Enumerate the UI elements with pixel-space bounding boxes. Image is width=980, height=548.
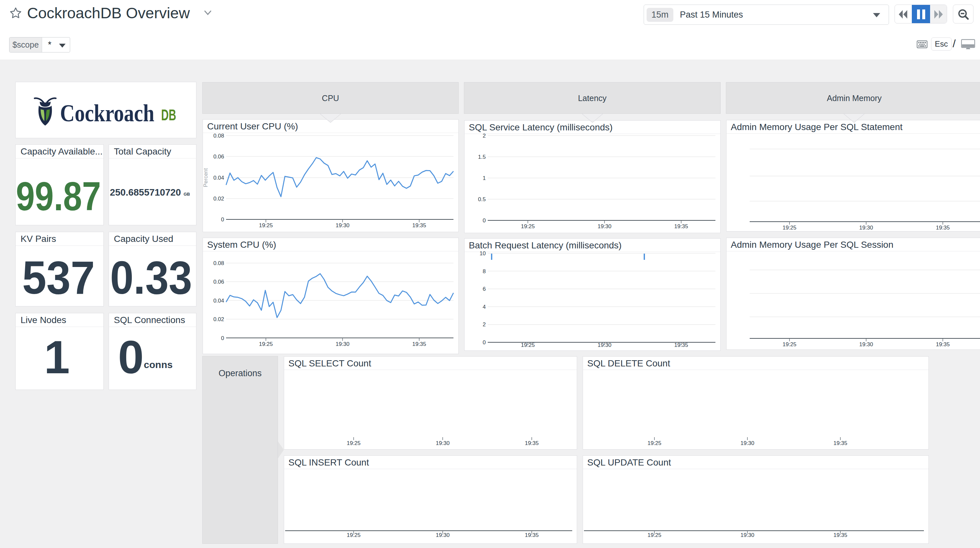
svg-text:19:35: 19:35 — [412, 341, 426, 347]
svg-text:1: 1 — [483, 175, 486, 181]
svg-text:2: 2 — [483, 133, 486, 139]
svg-text:19:30: 19:30 — [598, 342, 612, 348]
svg-text:0: 0 — [221, 335, 224, 342]
svg-text:Percent: Percent — [203, 168, 209, 187]
svg-text:19:25: 19:25 — [648, 440, 662, 446]
svg-text:2: 2 — [483, 321, 486, 328]
svg-text:19:25: 19:25 — [783, 342, 797, 348]
svg-text:19:30: 19:30 — [859, 342, 873, 348]
svg-text:19:30: 19:30 — [598, 223, 612, 229]
svg-text:19:35: 19:35 — [412, 222, 426, 229]
svg-text:19:25: 19:25 — [521, 342, 535, 348]
svg-text:19:25: 19:25 — [347, 532, 361, 538]
svg-text:19:25: 19:25 — [783, 225, 797, 231]
svg-text:10: 10 — [480, 250, 486, 257]
svg-text:Cockroach: Cockroach — [60, 99, 154, 127]
svg-text:19:35: 19:35 — [525, 532, 539, 538]
svg-text:1.5: 1.5 — [478, 154, 486, 160]
svg-text:19:35: 19:35 — [675, 223, 688, 229]
svg-text:8: 8 — [483, 268, 486, 275]
svg-text:0: 0 — [483, 218, 486, 224]
svg-text:19:30: 19:30 — [336, 341, 350, 347]
svg-text:0.04: 0.04 — [213, 298, 224, 304]
svg-text:19:30: 19:30 — [741, 532, 754, 538]
svg-text:19:25: 19:25 — [347, 440, 361, 446]
svg-text:DB: DB — [161, 106, 176, 124]
svg-text:19:25: 19:25 — [259, 341, 273, 347]
svg-text:19:35: 19:35 — [834, 440, 848, 446]
svg-text:19:25: 19:25 — [259, 222, 273, 229]
svg-text:0.02: 0.02 — [213, 316, 224, 322]
svg-text:0: 0 — [221, 216, 224, 222]
svg-text:19:25: 19:25 — [648, 532, 662, 538]
svg-text:19:35: 19:35 — [936, 225, 950, 231]
svg-text:0.06: 0.06 — [213, 154, 224, 160]
svg-text:6: 6 — [483, 286, 486, 292]
svg-text:19:35: 19:35 — [675, 342, 688, 348]
svg-text:19:30: 19:30 — [741, 440, 754, 446]
svg-text:19:30: 19:30 — [336, 222, 350, 229]
svg-text:19:35: 19:35 — [525, 440, 539, 446]
svg-text:19:30: 19:30 — [436, 440, 450, 446]
svg-text:19:30: 19:30 — [436, 532, 450, 538]
svg-text:19:35: 19:35 — [834, 532, 848, 538]
svg-text:0: 0 — [483, 339, 486, 346]
svg-text:19:35: 19:35 — [936, 342, 950, 348]
svg-text:19:30: 19:30 — [859, 225, 873, 231]
svg-text:4: 4 — [483, 304, 486, 310]
svg-text:19:25: 19:25 — [521, 223, 535, 229]
svg-text:0.04: 0.04 — [213, 175, 224, 181]
svg-text:0.5: 0.5 — [478, 196, 486, 202]
svg-text:0.08: 0.08 — [213, 260, 224, 266]
svg-text:0.08: 0.08 — [213, 133, 224, 139]
svg-text:0.06: 0.06 — [213, 279, 224, 285]
svg-text:0.02: 0.02 — [213, 195, 224, 202]
